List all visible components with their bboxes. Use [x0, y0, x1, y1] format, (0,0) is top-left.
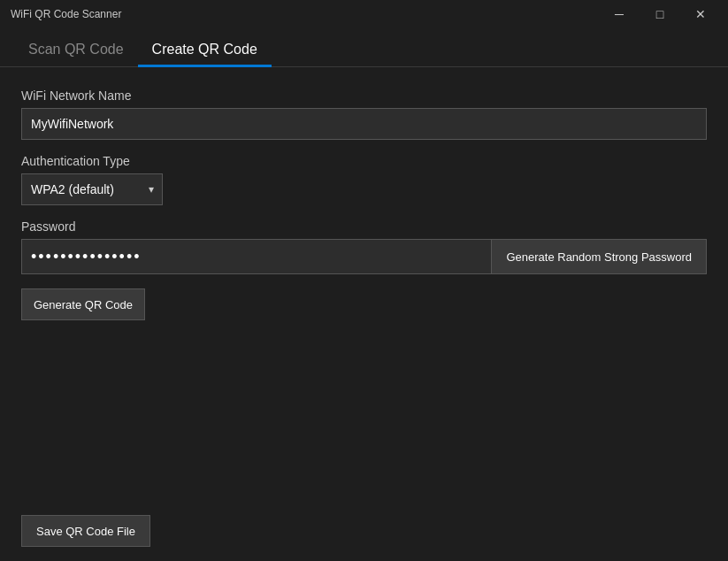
auth-type-field-group: Authentication Type WPA2 (default) WPA W…: [21, 154, 707, 205]
maximize-button[interactable]: □: [640, 0, 680, 28]
close-button[interactable]: ✕: [680, 0, 721, 28]
password-input[interactable]: [21, 239, 491, 274]
password-label: Password: [21, 219, 707, 234]
window-title: WiFi QR Code Scanner: [11, 8, 121, 20]
generate-password-button[interactable]: Generate Random Strong Password: [491, 239, 707, 274]
password-row: Generate Random Strong Password: [21, 239, 707, 274]
generate-qr-button[interactable]: Generate QR Code: [21, 288, 145, 320]
nav-tabs: Scan QR Code Create QR Code: [0, 28, 728, 67]
title-bar: WiFi QR Code Scanner ─ □ ✕: [0, 0, 728, 28]
app-window: WiFi QR Code Scanner ─ □ ✕ Scan QR Code …: [0, 0, 728, 561]
save-qr-code-button[interactable]: Save QR Code File: [21, 515, 150, 547]
main-content: WiFi Network Name Authentication Type WP…: [0, 67, 728, 501]
network-name-input[interactable]: [21, 108, 707, 140]
auth-type-select[interactable]: WPA2 (default) WPA WEP None: [21, 173, 163, 205]
auth-type-label: Authentication Type: [21, 154, 707, 168]
network-name-label: WiFi Network Name: [21, 88, 707, 103]
footer: Save QR Code File: [0, 501, 728, 561]
network-name-field-group: WiFi Network Name: [21, 88, 707, 140]
tab-scan-qr-code[interactable]: Scan QR Code: [14, 35, 138, 67]
spacer: [21, 334, 707, 480]
minimize-button[interactable]: ─: [599, 0, 640, 28]
window-controls: ─ □ ✕: [599, 0, 721, 28]
auth-type-select-wrapper: WPA2 (default) WPA WEP None ▾: [21, 173, 163, 205]
password-field-group: Password Generate Random Strong Password: [21, 219, 707, 274]
tab-create-qr-code[interactable]: Create QR Code: [138, 35, 272, 67]
generate-qr-group: Generate QR Code: [21, 288, 707, 320]
